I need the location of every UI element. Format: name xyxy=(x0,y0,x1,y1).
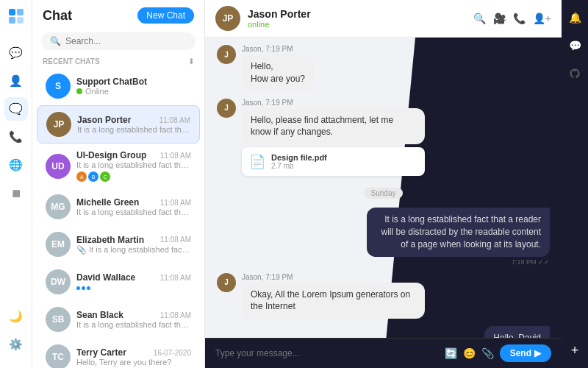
phone-action-icon[interactable]: 📞 xyxy=(513,13,526,24)
app-logo xyxy=(7,7,25,28)
message-content: Hello, David 7:19 PM ✓✓ xyxy=(484,326,550,338)
message-content: Jason, 7:19 PM Hello,How are you? xyxy=(242,45,314,91)
sidebar-item-phone[interactable]: 📞 xyxy=(4,125,28,149)
right-panel: 🔔 💬 + xyxy=(562,0,588,368)
chat-name: Elizabeth Martin xyxy=(76,235,144,245)
chat-name: Terry Carter xyxy=(76,347,126,358)
send-arrow-icon: ▶ xyxy=(534,348,541,358)
chat-preview xyxy=(76,283,191,291)
send-label: Send xyxy=(510,348,531,358)
chat-preview: It is a long established fact that a... xyxy=(76,320,191,329)
attachment-name: Design file.pdf xyxy=(271,153,327,162)
chat-list-header: Chat New Chat xyxy=(32,0,204,28)
chat-preview: Hello, Terry are you there? xyxy=(76,358,191,367)
chat-name: Jason Porter xyxy=(77,115,131,125)
member-avatars: A B C xyxy=(76,171,191,182)
input-actions: 🔄 😊 📎 xyxy=(445,347,494,359)
chat-name: David Wallace xyxy=(76,272,135,283)
attachment-btn-icon[interactable]: 📎 xyxy=(481,347,494,359)
new-chat-button[interactable]: New Chat xyxy=(137,7,194,24)
messages-area: J Jason, 7:19 PM Hello,How are you? J Ja… xyxy=(205,38,562,338)
chat-preview: It is a long established fact that a re.… xyxy=(77,125,190,134)
chat-preview: Online xyxy=(76,87,191,96)
chat-list-panel: Chat New Chat 🔍 RECENT CHATS ⬇ S Support… xyxy=(32,0,205,368)
sidebar-item-moon[interactable]: 🌙 xyxy=(4,305,28,328)
chat-item-jason[interactable]: JP Jason Porter 11:08 AM It is a long es… xyxy=(37,105,200,144)
sidebar-item-chat[interactable]: 🗨️ xyxy=(4,97,28,121)
message-sender: Jason, 7:19 PM xyxy=(242,273,425,281)
chat-name: Michelle Green xyxy=(76,197,139,208)
message-row-sent: Hello, David 7:19 PM ✓✓ xyxy=(217,326,550,338)
notification-icon[interactable]: 🔔 xyxy=(564,7,585,28)
message-row: J Jason, 7:19 PM Okay, All the Lorem Ips… xyxy=(217,273,550,319)
message-bubble: Hello, David xyxy=(484,326,550,338)
github-icon[interactable] xyxy=(564,63,585,84)
chat-time: 11:08 AM xyxy=(159,116,190,124)
chat-items: S Support ChatBot Online JP Jason Porter… xyxy=(32,67,204,368)
chat-item-michelle-g[interactable]: MG Michelle Green 11:08 AM It is a long … xyxy=(37,188,200,225)
search-input[interactable] xyxy=(65,36,187,46)
chat-user-avatar: JP xyxy=(215,6,240,31)
chat-user-name: Jason Porter xyxy=(248,8,311,20)
chat-time: 11:08 AM xyxy=(160,152,191,160)
video-action-icon[interactable]: 🎥 xyxy=(493,13,506,24)
attachment-size: 2.7 mb xyxy=(271,162,327,170)
attachment-card[interactable]: 📄 Design file.pdf 2.7 mb xyxy=(242,147,425,176)
chat-item-ui-design[interactable]: UD UI-Design Group 11:08 AM It is a long… xyxy=(37,144,200,188)
sidebar-item-messages[interactable]: 💬 xyxy=(4,41,28,65)
message-avatar: J xyxy=(217,273,236,292)
search-icon: 🔍 xyxy=(50,36,61,46)
chat-item-elizabeth[interactable]: EM Elizabeth Martin 11:08 AM 📎 It is a l… xyxy=(37,226,200,263)
sidebar-item-contacts[interactable]: 👤 xyxy=(4,69,28,93)
chat-time: 11:08 AM xyxy=(160,274,191,282)
message-avatar: J xyxy=(217,45,236,64)
avatar: UD xyxy=(46,154,71,179)
chat-name: Support ChatBot xyxy=(76,77,147,87)
chat-preview: It is a long established fact that a... xyxy=(76,160,191,169)
message-time: 7:19 PM ✓✓ xyxy=(367,258,550,266)
message-input[interactable] xyxy=(215,348,439,358)
avatar: TC xyxy=(46,344,71,368)
message-content: Jason, 7:19 PM Hello, please find attach… xyxy=(242,99,425,177)
avatar: S xyxy=(46,74,71,99)
add-icon[interactable]: + xyxy=(564,340,585,361)
chat-preview: It is a long established fact that a re.… xyxy=(76,208,191,216)
chat-preview: 📎 It is a long established fact that a..… xyxy=(76,245,191,255)
search-action-icon[interactable]: 🔍 xyxy=(473,13,486,24)
svg-rect-0 xyxy=(9,9,15,15)
sidebar-item-settings[interactable]: ⚙️ xyxy=(4,333,28,356)
chat-name: Sean Black xyxy=(76,310,123,320)
message-row: J Jason, 7:19 PM Hello, please find atta… xyxy=(217,99,550,177)
attachment-icon: 📄 xyxy=(249,154,265,170)
page-title: Chat xyxy=(43,8,72,24)
avatar: SB xyxy=(46,307,71,332)
send-button[interactable]: Send ▶ xyxy=(500,344,551,362)
chat-item-sean[interactable]: SB Sean Black 11:08 AM It is a long esta… xyxy=(37,301,200,338)
chat-item-david[interactable]: DW David Wallace 11:08 AM xyxy=(37,263,200,300)
chat-time: 16-07-2020 xyxy=(154,349,191,357)
recent-chats-label: RECENT CHATS ⬇ xyxy=(32,54,204,67)
sidebar-item-globe[interactable]: 🌐 xyxy=(4,153,28,177)
sidebar: 💬 👤 🗨️ 📞 🌐 ◼ 🌙 ⚙️ xyxy=(0,0,32,368)
message-icon[interactable]: 💬 xyxy=(564,35,585,56)
message-avatar: J xyxy=(217,99,236,118)
chat-item-terry[interactable]: TC Terry Carter 16-07-2020 Hello, Terry … xyxy=(37,339,200,368)
emoji-icon[interactable]: 😊 xyxy=(463,347,476,359)
search-bar: 🔍 xyxy=(41,32,196,50)
message-sender: Jason, 7:19 PM xyxy=(242,45,314,53)
message-bubble: Hello, please find attachment, let me kn… xyxy=(242,108,425,145)
chat-user-info: JP Jason Porter online xyxy=(215,6,311,31)
svg-rect-3 xyxy=(17,17,24,24)
chat-item-support[interactable]: S Support ChatBot Online xyxy=(37,68,200,105)
chat-header: JP Jason Porter online 🔍 🎥 📞 👤+ xyxy=(205,0,562,38)
chat-time: 11:08 AM xyxy=(160,236,191,244)
message-row-sent: It is a long established fact that a rea… xyxy=(217,208,550,265)
message-content: It is a long established fact that a rea… xyxy=(367,208,550,265)
refresh-icon[interactable]: 🔄 xyxy=(445,347,457,359)
add-user-icon[interactable]: 👤+ xyxy=(533,13,551,24)
sidebar-item-layers[interactable]: ◼ xyxy=(4,181,28,205)
date-divider: Sunday xyxy=(364,188,404,199)
message-bubble: It is a long established fact that a rea… xyxy=(367,208,550,256)
filter-icon[interactable]: ⬇ xyxy=(188,57,194,66)
avatar: EM xyxy=(46,232,71,257)
